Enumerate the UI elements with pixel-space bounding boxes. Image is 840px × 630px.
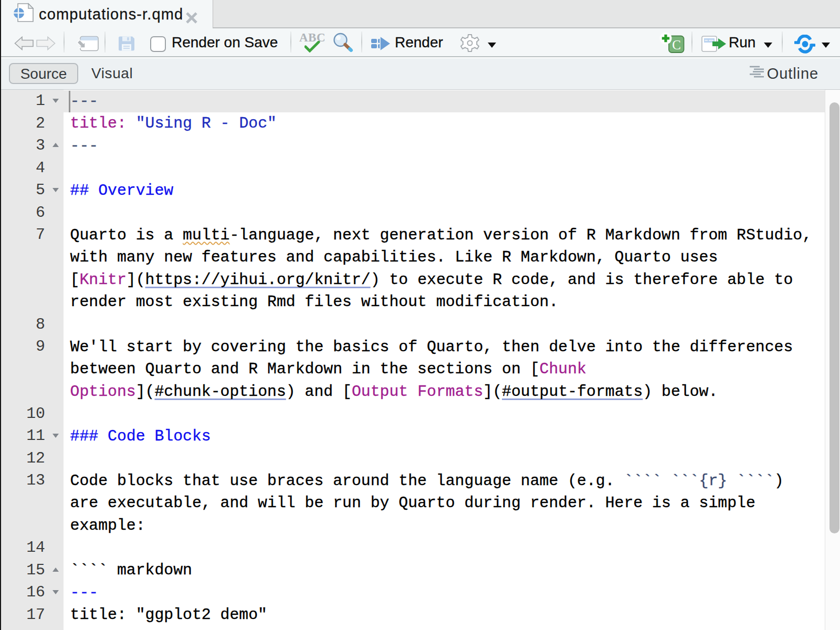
svg-text:C: C [672, 38, 681, 52]
